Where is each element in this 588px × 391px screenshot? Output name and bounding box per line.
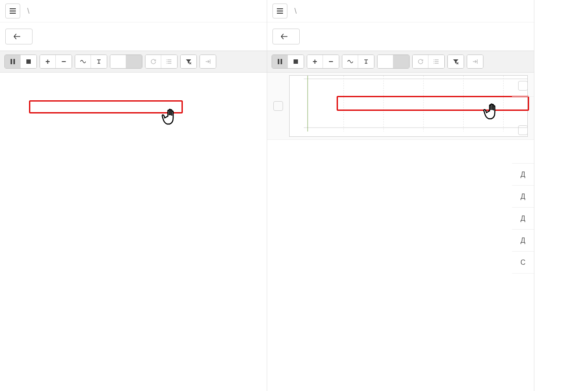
ghost-label: Д (521, 193, 526, 201)
ghost-label: Д (521, 171, 526, 179)
row-checkbox[interactable] (273, 101, 283, 111)
filter-x-icon (185, 58, 192, 65)
refresh-icon (150, 58, 156, 65)
cols-1-button[interactable] (110, 55, 126, 68)
menu-button[interactable] (272, 4, 287, 18)
export-button[interactable] (467, 55, 483, 68)
text-button[interactable] (91, 55, 107, 68)
list-icon (166, 58, 172, 65)
arrow-left-icon (14, 33, 21, 40)
svg-rect-8 (294, 59, 298, 64)
data-list[interactable] (267, 73, 534, 391)
list-icon (433, 58, 439, 65)
breadcrumb-sep: \ (294, 7, 297, 15)
plus-icon: + (45, 57, 50, 66)
text-icon (363, 58, 369, 65)
toolbar: + − (0, 51, 267, 73)
svg-rect-7 (280, 59, 282, 64)
wave-button[interactable] (75, 55, 91, 68)
highlight-map-chart (337, 96, 529, 111)
hamburger-icon (276, 7, 283, 15)
arrow-left-icon (281, 33, 288, 40)
refresh-button[interactable] (413, 55, 428, 68)
svg-rect-1 (13, 59, 15, 64)
minus-icon: − (329, 57, 334, 66)
svg-point-5 (166, 63, 167, 64)
back-button[interactable] (272, 29, 300, 44)
cols-2-button[interactable] (126, 55, 142, 68)
pause-button[interactable] (272, 55, 288, 68)
text-button[interactable] (358, 55, 374, 68)
pause-icon (10, 58, 16, 65)
back-row (0, 22, 267, 51)
stop-button[interactable] (21, 55, 36, 68)
right-pane: \ + − (267, 0, 534, 391)
ghost-column: Д Д Д Д С (512, 75, 534, 274)
stop-icon (25, 58, 32, 65)
export-icon (472, 58, 478, 65)
svg-point-3 (166, 59, 167, 60)
wave-icon (80, 58, 86, 65)
svg-point-4 (166, 61, 167, 62)
pause-icon (277, 58, 283, 65)
filter-x-icon (453, 58, 459, 65)
svg-rect-6 (278, 59, 279, 64)
svg-rect-0 (11, 59, 12, 64)
list-button[interactable] (161, 55, 177, 68)
svg-point-10 (433, 61, 434, 62)
refresh-icon (417, 58, 424, 65)
ghost-label: Д (521, 237, 526, 245)
stop-button[interactable] (288, 55, 304, 68)
menu-button[interactable] (5, 4, 20, 18)
filter-clear-button[interactable] (448, 55, 464, 68)
list-button[interactable] (428, 55, 444, 68)
cols-1-button[interactable] (377, 55, 393, 68)
left-pane: \ + − (0, 0, 267, 391)
breadcrumb: \ (293, 7, 298, 16)
topbar: \ (267, 0, 534, 22)
cols-2-button[interactable] (393, 55, 409, 68)
svg-point-11 (433, 63, 434, 64)
plus-icon: + (312, 57, 317, 66)
toolbar: + − (267, 51, 534, 73)
filter-clear-button[interactable] (181, 55, 196, 68)
topbar: \ (0, 0, 267, 22)
highlight-map-row (29, 100, 183, 113)
text-icon (96, 58, 102, 65)
row-checkbox[interactable] (518, 125, 528, 135)
minus-icon: − (62, 57, 66, 66)
svg-point-9 (433, 59, 434, 60)
zoom-in-button[interactable]: + (40, 55, 56, 68)
wave-icon (347, 58, 353, 65)
export-button[interactable] (200, 55, 216, 68)
svg-rect-2 (26, 59, 31, 64)
breadcrumb: \ (25, 7, 31, 16)
export-icon (205, 58, 211, 65)
hamburger-icon (9, 7, 16, 15)
row-checkbox[interactable] (518, 81, 528, 91)
refresh-button[interactable] (145, 55, 161, 68)
data-list[interactable] (0, 73, 267, 391)
stop-icon (293, 58, 299, 65)
back-row (267, 22, 534, 51)
pause-button[interactable] (5, 55, 21, 68)
zoom-out-button[interactable]: − (56, 55, 72, 68)
back-button[interactable] (5, 29, 33, 44)
wave-button[interactable] (342, 55, 358, 68)
breadcrumb-sep: \ (27, 7, 29, 15)
zoom-in-button[interactable]: + (307, 55, 323, 68)
zoom-out-button[interactable]: − (323, 55, 339, 68)
ghost-label: С (520, 259, 526, 267)
ghost-label: Д (521, 215, 526, 223)
